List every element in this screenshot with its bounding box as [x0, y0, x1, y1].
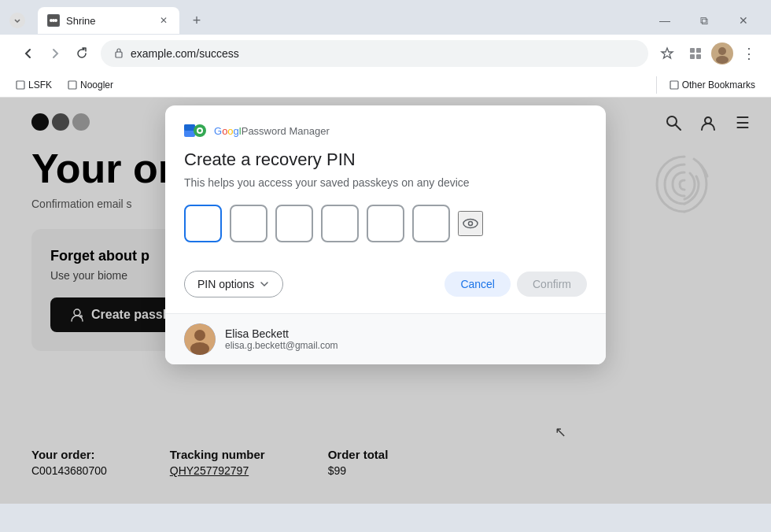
pin-input-1[interactable] [184, 205, 222, 242]
close-btn[interactable]: ✕ [725, 9, 762, 32]
user-email: elisa.g.beckett@gmail.com [225, 340, 338, 351]
address-bar[interactable]: example.com/success [101, 40, 648, 67]
forward-btn[interactable] [42, 41, 68, 66]
bookmark-star-btn[interactable] [655, 41, 680, 66]
pin-options-label: PIN options [197, 278, 254, 290]
profile-collapse[interactable] [9, 13, 25, 28]
dialog-subtitle: This helps you access your saved passkey… [184, 176, 587, 189]
bookmarks-bar: LSFK Noogler Other Bookmarks [0, 72, 771, 98]
nav-actions: ⋮ [655, 41, 762, 66]
extensions-btn[interactable] [683, 41, 708, 66]
action-buttons: Cancel Confirm [445, 272, 587, 297]
browser-chrome: Shrine ✕ + — ⧉ ✕ example.com/su [0, 0, 771, 98]
window-controls: — ⧉ ✕ [647, 9, 762, 32]
bookmark-other[interactable]: Other Bookmarks [663, 78, 762, 92]
svg-point-27 [194, 330, 205, 341]
gpm-logo: GooglPassword Manager [184, 121, 330, 140]
bookmark-lsfk[interactable]: LSFK [9, 78, 58, 92]
svg-point-23 [198, 129, 201, 132]
dialog-title: Create a recovery PIN [184, 150, 587, 170]
gpm-actions: PIN options Cancel Confirm [165, 271, 606, 313]
tab-favicon [47, 14, 60, 27]
svg-point-3 [54, 19, 57, 22]
bookmarks-separator [656, 76, 657, 94]
svg-rect-11 [17, 81, 24, 89]
svg-point-28 [190, 342, 209, 355]
pin-input-5[interactable] [367, 205, 404, 242]
back-btn[interactable] [16, 41, 41, 66]
bookmark-lsfk-label: LSFK [28, 79, 52, 91]
title-bar: Shrine ✕ + — ⧉ ✕ [0, 0, 771, 35]
toggle-visibility-btn[interactable] [458, 211, 483, 236]
cancel-button[interactable]: Cancel [445, 272, 511, 297]
pin-options-button[interactable]: PIN options [184, 271, 283, 297]
eye-icon [462, 215, 479, 232]
svg-point-25 [469, 222, 473, 226]
gpm-logo-icon [184, 121, 209, 140]
confirm-button[interactable]: Confirm [517, 272, 587, 297]
chrome-menu-btn[interactable]: ⋮ [736, 41, 762, 66]
security-icon [113, 47, 124, 61]
svg-rect-20 [184, 124, 195, 131]
nav-bar: example.com/success ⋮ [0, 35, 771, 72]
user-info: Elisa Beckett elisa.g.beckett@gmail.com [225, 327, 338, 351]
pin-inputs-row [184, 205, 587, 242]
reload-btn[interactable] [69, 41, 94, 66]
bookmark-noogler-label: Noogler [80, 79, 113, 91]
tab-title: Shrine [66, 15, 96, 27]
maximize-btn[interactable]: ⧉ [686, 9, 722, 32]
svg-rect-13 [670, 81, 678, 89]
pin-input-2[interactable] [230, 205, 267, 242]
bookmark-other-label: Other Bookmarks [682, 79, 755, 91]
gpm-dialog: GooglPassword Manager Create a recovery … [165, 105, 606, 364]
svg-rect-7 [690, 54, 695, 59]
url-text: example.com/success [131, 47, 239, 60]
user-account-bar: Elisa Beckett elisa.g.beckett@gmail.com [165, 313, 606, 364]
gpm-header: GooglPassword Manager [165, 105, 606, 150]
bookmark-noogler[interactable]: Noogler [61, 78, 120, 92]
browser-content: Your or ... ssfully Confirmation email s… [0, 98, 771, 504]
user-avatar [184, 323, 216, 355]
active-tab[interactable]: Shrine ✕ [38, 7, 179, 34]
new-tab-btn[interactable]: + [186, 9, 208, 31]
pin-input-6[interactable] [412, 205, 450, 242]
svg-rect-12 [68, 81, 76, 89]
user-name: Elisa Beckett [225, 327, 338, 340]
gpm-body: Create a recovery PIN This helps you acc… [165, 150, 606, 271]
minimize-btn[interactable]: — [647, 9, 683, 32]
svg-point-24 [463, 220, 478, 228]
nav-controls [16, 41, 94, 66]
svg-point-9 [718, 47, 726, 55]
svg-rect-6 [696, 48, 701, 53]
tab-close-btn[interactable]: ✕ [157, 14, 170, 27]
dialog-overlay: GooglPassword Manager Create a recovery … [0, 98, 771, 504]
pin-input-3[interactable] [275, 205, 313, 242]
dropdown-arrow-icon [259, 279, 270, 290]
svg-rect-8 [696, 54, 701, 59]
svg-rect-5 [690, 48, 695, 53]
svg-point-10 [716, 56, 729, 64]
svg-rect-4 [116, 52, 122, 57]
pin-input-4[interactable] [321, 205, 359, 242]
profile-avatar-btn[interactable] [711, 42, 733, 65]
gpm-google-text: GooglPassword Manager [214, 125, 330, 137]
